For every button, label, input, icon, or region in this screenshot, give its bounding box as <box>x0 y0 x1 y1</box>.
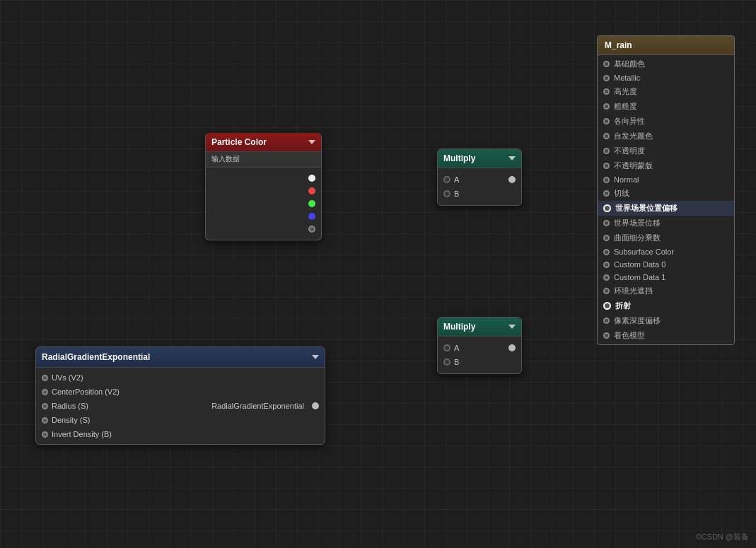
radial-output-pin[interactable] <box>312 402 319 409</box>
row-pin-切线 <box>603 190 610 197</box>
particle-color-node: Particle Color 输入数据 <box>205 133 322 240</box>
row-label-高光度: 高光度 <box>614 86 637 97</box>
pin-row-red <box>206 185 321 197</box>
row-pin-粗糙度 <box>603 103 610 110</box>
pin-red[interactable] <box>308 187 315 194</box>
panel-row-世界场景位移[interactable]: 世界场景位移 <box>598 216 734 231</box>
panel-row-高光度[interactable]: 高光度 <box>598 84 734 99</box>
multiply2-header: Multiply <box>438 317 521 337</box>
panel-row-各向异性[interactable]: 各向异性 <box>598 114 734 129</box>
row-label-基础颜色: 基础颜色 <box>614 59 645 69</box>
pin-row-green <box>206 197 321 210</box>
panel-row-不透明度[interactable]: 不透明度 <box>598 144 734 158</box>
row-label-custom-data-0: Custom Data 0 <box>614 260 665 269</box>
multiply1-pin-a-in[interactable] <box>443 176 450 183</box>
pin-gray[interactable] <box>308 226 315 233</box>
panel-row-折射[interactable]: 折射 <box>598 298 734 313</box>
row-pin-高光度 <box>603 88 610 95</box>
row-pin-折射 <box>603 302 611 310</box>
radial-dropdown[interactable] <box>312 355 319 359</box>
panel-row-环境光遮挡[interactable]: 环境光遮挡 <box>598 284 734 298</box>
radial-uvs-pin[interactable] <box>42 375 48 381</box>
panel-row-custom-data-1[interactable]: Custom Data 1 <box>598 271 734 284</box>
panel-row-着色模型[interactable]: 着色模型 <box>598 328 734 343</box>
row-label-着色模型: 着色模型 <box>614 330 645 341</box>
pin-blue[interactable] <box>308 213 315 220</box>
radial-radius-pin[interactable] <box>42 403 48 409</box>
row-label-custom-data-1: Custom Data 1 <box>614 273 665 281</box>
panel-row-世界场景位置偏移[interactable]: 世界场景位置偏移 <box>598 201 734 216</box>
panel-row-曲面细分乘数[interactable]: 曲面细分乘数 <box>598 231 734 245</box>
multiply2-dropdown[interactable] <box>508 325 516 329</box>
multiply2-pin-b-in[interactable] <box>443 358 450 366</box>
panel-row-不透明蒙版[interactable]: 不透明蒙版 <box>598 158 734 173</box>
radial-invert-row: Invert Density (B) <box>36 427 206 441</box>
row-label-metallic: Metallic <box>614 74 640 82</box>
pin-row-blue <box>206 210 321 223</box>
multiply1-pin-a-label: A <box>454 175 459 184</box>
row-label-normal: Normal <box>614 175 639 184</box>
radial-density-pin[interactable] <box>42 417 48 424</box>
multiply1-pin-out[interactable] <box>508 176 516 183</box>
multiply1-pin-b-in[interactable] <box>443 190 450 197</box>
row-label-环境光遮挡: 环境光遮挡 <box>614 286 653 296</box>
row-label-自发光颜色: 自发光颜色 <box>614 131 653 141</box>
row-label-折射: 折射 <box>615 301 631 311</box>
pin-white[interactable] <box>308 175 315 182</box>
multiply1-pin-b-row: B <box>438 187 521 201</box>
row-pin-曲面细分乘数 <box>603 235 610 241</box>
watermark: ©CSDN @装备 <box>696 532 750 542</box>
radial-center-label: CenterPosition (V2) <box>52 387 120 396</box>
radial-density-row: Density (S) <box>36 413 206 427</box>
radial-invert-pin[interactable] <box>42 431 48 438</box>
multiply2-title: Multiply <box>443 322 475 332</box>
panel-row-像素深度偏移[interactable]: 像素深度偏移 <box>598 313 734 328</box>
panel-row-custom-data-0[interactable]: Custom Data 0 <box>598 258 734 271</box>
row-pin-不透明度 <box>603 148 610 154</box>
row-label-曲面细分乘数: 曲面细分乘数 <box>614 233 661 243</box>
panel-row-基础颜色[interactable]: 基础颜色 <box>598 57 734 71</box>
multiply2-body: A B <box>438 337 521 373</box>
m-rain-title: M_rain <box>605 40 632 50</box>
multiply1-dropdown[interactable] <box>508 156 516 161</box>
panel-row-粗糙度[interactable]: 粗糙度 <box>598 99 734 114</box>
row-pin-不透明蒙版 <box>603 163 610 169</box>
panel-row-自发光颜色[interactable]: 自发光颜色 <box>598 129 734 144</box>
multiply1-header: Multiply <box>438 149 521 168</box>
radial-radius-label: Radius (S) <box>52 402 88 410</box>
row-pin-各向异性 <box>603 118 610 124</box>
multiply2-pin-b-label: B <box>454 358 459 366</box>
multiply2-pin-out[interactable] <box>508 344 516 351</box>
pin-green[interactable] <box>308 200 315 207</box>
particle-color-header: Particle Color <box>206 133 321 152</box>
radial-invert-label: Invert Density (B) <box>52 430 112 438</box>
radial-uvs-label: UVs (V2) <box>52 373 83 382</box>
row-label-不透明蒙版: 不透明蒙版 <box>614 161 653 171</box>
multiply2-pin-a-row: A <box>438 341 521 355</box>
multiply1-pin-a-row: A <box>438 173 521 187</box>
row-pin-世界场景位置偏移 <box>603 204 611 212</box>
row-pin-像素深度偏移 <box>603 317 610 324</box>
multiply-node-1: Multiply A B <box>437 148 522 206</box>
multiply1-pin-b-label: B <box>454 190 459 198</box>
radial-output-label: RadialGradientExponential <box>211 402 304 410</box>
particle-color-title: Particle Color <box>211 137 267 147</box>
row-label-粗糙度: 粗糙度 <box>614 101 637 112</box>
row-label-像素深度偏移: 像素深度偏移 <box>614 315 661 326</box>
particle-color-subtitle: 输入数据 <box>206 152 321 168</box>
multiply2-pin-b-row: B <box>438 355 521 369</box>
panel-row-切线[interactable]: 切线 <box>598 186 734 201</box>
panel-row-subsurface[interactable]: Subsurface Color <box>598 245 734 258</box>
row-pin-基础颜色 <box>603 61 610 67</box>
pin-row-gray <box>206 223 321 235</box>
row-pin-metallic <box>603 75 610 81</box>
panel-row-metallic[interactable]: Metallic <box>598 71 734 84</box>
row-pin-世界场景位移 <box>603 220 610 226</box>
panel-row-normal[interactable]: Normal <box>598 173 734 186</box>
radial-output: RadialGradientExponential <box>206 368 325 444</box>
particle-color-body <box>206 168 321 240</box>
radial-center-pin[interactable] <box>42 389 48 395</box>
multiply2-pin-a-in[interactable] <box>443 344 450 351</box>
multiply2-pin-a-label: A <box>454 344 459 352</box>
particle-color-dropdown[interactable] <box>308 140 315 144</box>
